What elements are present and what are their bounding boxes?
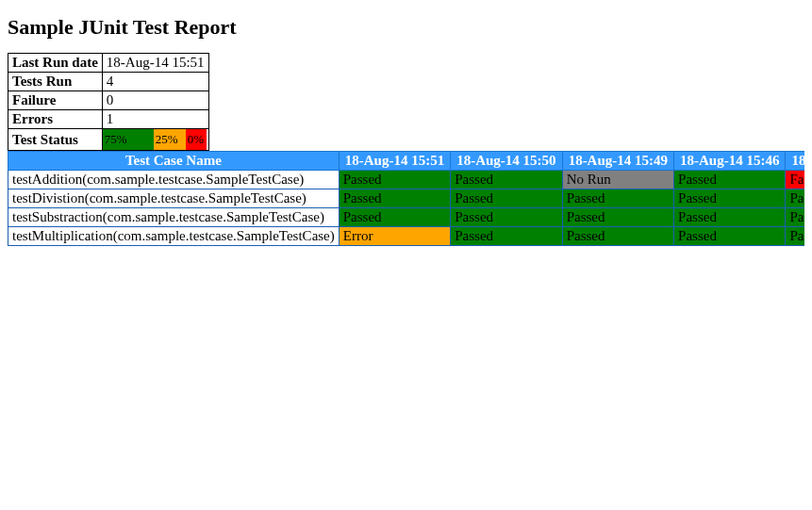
test-run-status: Passed (451, 189, 562, 208)
test-run-status: Passed (562, 189, 673, 208)
test-run-status: Passed (451, 208, 562, 227)
table-row: testMultiplication(com.sample.testcase.S… (8, 227, 805, 246)
test-run-status: Passed (674, 208, 786, 227)
page-title: Sample JUnit Test Report (8, 15, 804, 40)
test-run-status: Passed (674, 227, 786, 246)
test-run-status: Passed (451, 171, 562, 189)
table-row: testDivistion(com.sample.testcase.Sample… (8, 189, 805, 208)
test-case-name: testAddition(com.sample.testcase.SampleT… (8, 171, 340, 189)
summary-row: Last Run date18-Aug-14 15:51 (8, 54, 209, 73)
summary-label: Last Run date (8, 54, 103, 73)
test-run-status: Passed (674, 189, 786, 208)
summary-value: 0 (102, 91, 208, 110)
test-run-status: Failed (786, 171, 804, 189)
test-run-status: Passed (786, 189, 804, 208)
test-run-status: No Run (562, 171, 673, 189)
summary-label: Errors (8, 110, 103, 129)
test-case-name: testSubstraction(com.sample.testcase.Sam… (8, 208, 340, 227)
results-header-run: 18-Aug-14 15:51 (339, 152, 450, 171)
results-table: Test Case Name18-Aug-14 15:5118-Aug-14 1… (8, 151, 804, 246)
test-run-status: Passed (339, 208, 450, 227)
test-run-status: Passed (451, 227, 562, 246)
summary-row: Errors1 (8, 110, 209, 129)
test-case-name: testMultiplication(com.sample.testcase.S… (8, 227, 340, 246)
summary-label: Failure (8, 91, 103, 110)
summary-label: Test Status (8, 129, 103, 151)
results-header-run: 18-Aug-14 15:45 (786, 152, 804, 171)
test-run-status: Passed (562, 227, 673, 246)
status-segment-pass: 75% (103, 129, 154, 150)
summary-value: 4 (102, 73, 208, 91)
test-run-status: Passed (339, 189, 450, 208)
status-segment-error: 25% (154, 129, 186, 150)
test-run-status: Error (339, 227, 450, 246)
summary-row: Tests Run4 (8, 73, 209, 91)
summary-row-status: Test Status75%25%0% (8, 129, 209, 151)
summary-table: Last Run date18-Aug-14 15:51Tests Run4Fa… (8, 53, 209, 151)
summary-value: 1 (102, 110, 208, 129)
test-run-status: Passed (674, 171, 786, 189)
test-run-status: Passed (562, 208, 673, 227)
summary-value: 18-Aug-14 15:51 (102, 54, 208, 73)
summary-label: Tests Run (8, 73, 103, 91)
results-header-run: 18-Aug-14 15:50 (451, 152, 562, 171)
results-header-run: 18-Aug-14 15:46 (674, 152, 786, 171)
test-status-bar: 75%25%0% (102, 129, 208, 151)
results-header-name: Test Case Name (8, 152, 340, 171)
status-segment-fail: 0% (186, 129, 207, 150)
test-case-name: testDivistion(com.sample.testcase.Sample… (8, 189, 340, 208)
test-run-status: Passed (339, 171, 450, 189)
results-header-run: 18-Aug-14 15:49 (562, 152, 673, 171)
test-run-status: Passed (786, 208, 804, 227)
table-row: testAddition(com.sample.testcase.SampleT… (8, 171, 805, 189)
summary-row: Failure0 (8, 91, 209, 110)
table-row: testSubstraction(com.sample.testcase.Sam… (8, 208, 805, 227)
test-run-status: Passed (786, 227, 804, 246)
